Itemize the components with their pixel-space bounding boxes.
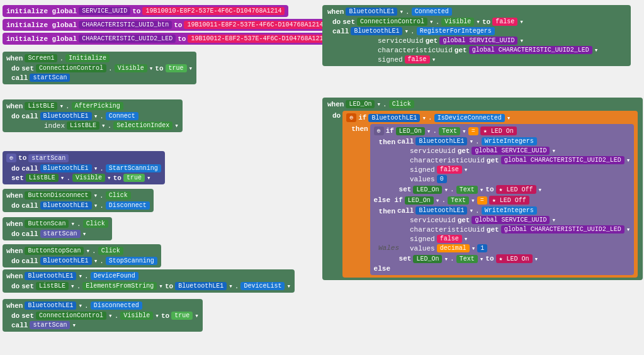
block-char-uuid-btn[interactable]: initialize global CHARACTERISTIC_UUID_bt… <box>3 19 330 31</box>
char-uuid-btn-value: 19B10011-E8F2-537E-4F6C-D104768A1214 <box>184 21 326 29</box>
service-uuid-value: 19B10010-E8F2-537E-4F6C-D104768A1214 <box>142 7 285 15</box>
canvas: initialize global SERVICE_UUID to 19B100… <box>0 0 644 355</box>
block-button-disconnect[interactable]: when ButtonDisconnect ▾ . Click do call … <box>3 189 154 212</box>
block-char-uuid2-led[interactable]: initialize global CHARACTERISTIC_UUID2_L… <box>3 33 334 45</box>
block-screen1-init[interactable]: when Screen1 . Initialize do set Connect… <box>3 52 196 84</box>
block-button-stopscan[interactable]: when ButtonStopScan ▾ . Click do call Bl… <box>3 244 161 268</box>
block-service-uuid[interactable]: initialize global SERVICE_UUID to 19B100… <box>3 5 288 17</box>
block-button-scan[interactable]: when ButtonScan ▾ . Click do call startS… <box>3 217 112 240</box>
block-ble-connected[interactable]: when BluetoothLE1 ▾ . Connected do set C… <box>322 5 631 66</box>
init-global-label3: initialize global <box>6 35 77 43</box>
to-label1: to <box>132 8 140 15</box>
char-uuid-btn-name: CHARACTERISTIC_UUID_btn <box>79 21 172 29</box>
to-label2: to <box>174 21 182 29</box>
init-global-label: initialize global <box>6 8 77 15</box>
to-label3: to <box>178 35 186 43</box>
block-devicefound[interactable]: when BluetoothLE1 ▾ . DeviceFound do set… <box>3 269 295 293</box>
block-startscan-proc[interactable]: ⊕ to startScan do call BluetoothLE1 ▾ . … <box>3 151 165 184</box>
service-uuid-name: SERVICE_UUID <box>79 7 130 15</box>
block-listble-afterpicking[interactable]: when ListBLE ▾ . AfterPicking do call Bl… <box>3 99 183 132</box>
init-global-label2: initialize global <box>6 21 77 29</box>
char-uuid2-led-value: 19B10012-E8F2-537E-4F6C-D104768A1214 <box>188 35 330 43</box>
block-led-on-click[interactable]: when LED_On ▾ . Click do ⊕ if BluetoothL… <box>322 98 643 280</box>
char-uuid2-led-name: CHARACTERISTIC_UUID2_LED <box>79 35 176 43</box>
wales-annotation: Wales <box>378 244 399 252</box>
block-disconnected[interactable]: when BluetoothLE1 ▾ . Disconnected do se… <box>3 299 203 332</box>
